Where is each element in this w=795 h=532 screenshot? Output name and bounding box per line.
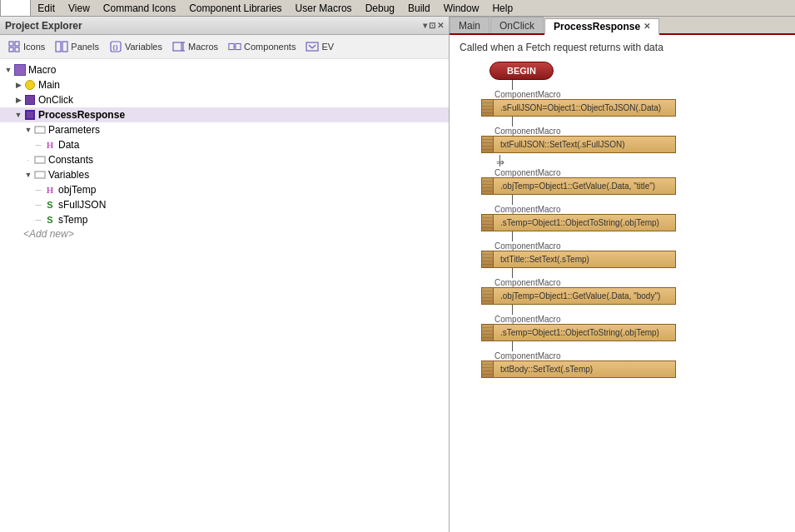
panels-icon: [55, 40, 68, 53]
node-body-4[interactable]: .sTemp=Object1::ObjectToString(.objTemp): [493, 214, 676, 231]
cm-label-2: ComponentMacro: [494, 127, 560, 136]
node-code-6: .objTemp=Object1::GetValue(.Data, "body"…: [500, 291, 660, 301]
cm-label-7: ComponentMacro: [494, 315, 560, 324]
tree-item-sfulljson[interactable]: ─ S sFullJSON: [0, 197, 449, 212]
connector-0: [512, 80, 513, 90]
menu-component-libraries[interactable]: Component Libraries: [182, 0, 288, 16]
svg-rect-20: [35, 172, 45, 178]
node-group-1: ComponentMacro .sFullJSON=Object1::Objec…: [481, 90, 676, 117]
svg-rect-5: [62, 42, 67, 52]
cm-label-6: ComponentMacro: [494, 278, 560, 287]
node-code-7: .sTemp=Object1::ObjectToString(.objTemp): [500, 328, 659, 337]
tree-label-parameters: Parameters: [48, 124, 100, 136]
ev-label: EV: [321, 42, 334, 52]
tree-item-constants[interactable]: · Constants: [0, 152, 449, 167]
flow-diagram: BEGIN ComponentMacro .sFullJSON=Object1:…: [456, 62, 788, 378]
expand-onclick[interactable]: ▶: [13, 95, 23, 105]
menu-file[interactable]: File: [0, 0, 31, 16]
tab-processresponse[interactable]: ProcessResponse ✕: [544, 18, 659, 35]
begin-button[interactable]: BEGIN: [489, 62, 554, 80]
tree-item-main[interactable]: ▶ Main: [0, 77, 449, 92]
connector-3: [512, 195, 513, 205]
tree-item-addnew[interactable]: <Add new>: [0, 227, 449, 241]
svg-text:{}: {}: [112, 43, 119, 52]
tree-item-onclick[interactable]: ▶ OnClick: [0, 92, 449, 107]
cm-label-4: ComponentMacro: [494, 205, 560, 214]
node-code-3: .objTemp=Object1::GetValue(.Data, "title…: [500, 181, 655, 191]
macros-button[interactable]: Macros: [168, 37, 222, 56]
ev-icon: [306, 40, 319, 53]
node-group-3: ComponentMacro .objTemp=Object1::GetValu…: [481, 168, 676, 195]
menu-edit[interactable]: Edit: [31, 0, 62, 16]
node-group-2: ComponentMacro txtFullJSON::SetText(.sFu…: [481, 127, 676, 153]
menu-debug[interactable]: Debug: [359, 0, 401, 16]
tab-close-processresponse[interactable]: ✕: [643, 22, 650, 31]
tree-item-data[interactable]: ─ H Data: [0, 137, 449, 152]
expand-main[interactable]: ▶: [13, 80, 23, 90]
tab-onclick[interactable]: OnClick: [490, 17, 544, 33]
stemp-icon: S: [43, 213, 57, 226]
dock-icon[interactable]: ⊡: [429, 21, 435, 30]
close-icon[interactable]: ✕: [437, 21, 444, 30]
code-canvas[interactable]: Called when a Fetch request returns with…: [450, 35, 795, 532]
pin-icon[interactable]: ▾: [423, 21, 427, 30]
tree-item-variables[interactable]: ▼ Variables: [0, 167, 449, 182]
tree-label-processresponse: ProcessResponse: [38, 109, 125, 121]
connector-7: [512, 341, 513, 351]
tree-item-stemp[interactable]: ─ S sTemp: [0, 212, 449, 227]
cm-label-1: ComponentMacro: [494, 90, 560, 99]
connector-4: [512, 231, 513, 241]
expand-parameters[interactable]: ▼: [23, 125, 33, 135]
icons-button[interactable]: Icons: [3, 37, 49, 56]
node-body-2[interactable]: txtFullJSON::SetText(.sFullJSON): [493, 136, 676, 153]
menu-bar: File Edit View Command Icons Component L…: [0, 0, 795, 17]
panel-title: Project Explorer: [5, 20, 423, 32]
menu-window[interactable]: Window: [437, 0, 486, 16]
menu-build[interactable]: Build: [401, 0, 437, 16]
components-button[interactable]: Components: [224, 37, 300, 56]
node-body-7[interactable]: .sTemp=Object1::ObjectToString(.objTemp): [493, 324, 676, 341]
tree-label-sfulljson: sFullJSON: [58, 199, 106, 211]
tree-item-objtemp[interactable]: ─ H objTemp: [0, 182, 449, 197]
svg-line-16: [309, 45, 312, 48]
connector-5: [512, 268, 513, 278]
ev-button[interactable]: EV: [301, 37, 338, 56]
node-body-8[interactable]: txtBody::SetText(.sTemp): [493, 360, 676, 378]
icons-label: Icons: [23, 42, 45, 52]
cm-label-5: ComponentMacro: [494, 241, 560, 251]
tree-label-variables: Variables: [48, 169, 89, 181]
expand-variables[interactable]: ▼: [23, 170, 33, 180]
menu-help[interactable]: Help: [485, 0, 519, 16]
menu-command-icons[interactable]: Command Icons: [97, 0, 182, 16]
sfulljson-icon: S: [43, 198, 57, 211]
node-body-1[interactable]: .sFullJSON=Object1::ObjectToJSON(.Data): [493, 99, 676, 117]
onclick-icon: [23, 93, 37, 107]
panels-button[interactable]: Panels: [51, 37, 103, 56]
node-group-7: ComponentMacro .sTemp=Object1::ObjectToS…: [481, 315, 676, 341]
tree-item-processresponse[interactable]: ▼ ProcessResponse: [0, 107, 449, 122]
variables-button[interactable]: {} Variables: [105, 37, 166, 56]
menu-view[interactable]: View: [62, 0, 97, 16]
tree-label-constants: Constants: [48, 154, 93, 166]
node-body-6[interactable]: .objTemp=Object1::GetValue(.Data, "body"…: [493, 287, 676, 305]
svg-rect-3: [15, 47, 19, 52]
macro-root-label: Macro: [28, 64, 56, 76]
node-body-3[interactable]: .objTemp=Object1::GetValue(.Data, "title…: [493, 177, 676, 195]
tree-item-parameters[interactable]: ▼ Parameters: [0, 122, 449, 137]
tab-main[interactable]: Main: [450, 17, 489, 33]
connector-6: [512, 305, 513, 315]
panel-header-controls: ▾ ⊡ ✕: [423, 21, 444, 30]
tree-root-macro[interactable]: ▼ Macro: [0, 62, 449, 77]
connector-1: [512, 117, 513, 127]
expand-processresponse[interactable]: ▼: [13, 110, 23, 120]
svg-rect-0: [9, 42, 13, 46]
processresponse-icon: [23, 108, 37, 122]
svg-rect-12: [229, 43, 234, 49]
menu-user-macros[interactable]: User Macros: [289, 0, 359, 16]
tree-label-stemp: sTemp: [58, 214, 87, 226]
node-group-8: ComponentMacro txtBody::SetText(.sTemp): [481, 351, 676, 378]
tree-container[interactable]: ▼ Macro ▶ Main ▶ OnClick: [0, 59, 449, 532]
node-body-5[interactable]: txtTitle::SetText(.sTemp): [493, 251, 676, 268]
expand-macro[interactable]: ▼: [3, 65, 13, 75]
arrow-icon-1: ⇒: [496, 157, 504, 168]
